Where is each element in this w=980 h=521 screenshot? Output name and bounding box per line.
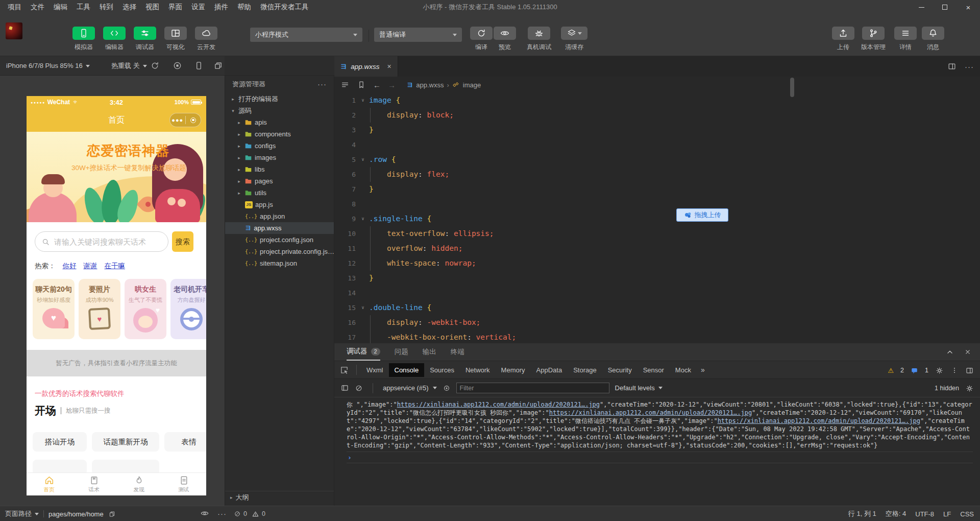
message-bubble-icon[interactable] bbox=[911, 367, 918, 374]
kebab-menu-icon[interactable] bbox=[950, 366, 959, 374]
console-output[interactable]: 你 ","image":"https://xinlianai.app1212.c… bbox=[334, 397, 980, 463]
eye-filter-icon[interactable] bbox=[443, 384, 451, 392]
code-line-5[interactable]: 5∨.row { bbox=[334, 152, 980, 167]
code-line-2[interactable]: 2display: block; bbox=[334, 108, 980, 123]
devtools-settings-icon[interactable] bbox=[935, 366, 944, 375]
more-tabs-icon[interactable]: » bbox=[697, 366, 709, 374]
toolbar-button-bug[interactable]: 真机调试 bbox=[520, 27, 558, 52]
context-selector[interactable]: appservice (#5) bbox=[383, 384, 437, 392]
panel-tab-debugger[interactable]: 调试器2 bbox=[347, 343, 380, 361]
wechat-capsule[interactable]: ●●● bbox=[169, 113, 201, 127]
topic-button-2[interactable]: 话题重新开场 bbox=[92, 432, 159, 452]
multi-window-icon[interactable] bbox=[213, 61, 223, 70]
toolbar-button-code[interactable]: 编辑器 bbox=[100, 27, 129, 52]
tree-section-open-editors[interactable]: ▸打开的编辑器 bbox=[225, 93, 334, 105]
warnings-icon[interactable] bbox=[252, 510, 259, 518]
devtools-tab-storage[interactable]: Storage bbox=[568, 363, 602, 377]
devtools-tab-security[interactable]: Security bbox=[602, 363, 638, 377]
hot-reload-toggle[interactable]: 热重载 关 bbox=[111, 56, 147, 76]
devtools-tab-sensor[interactable]: Sensor bbox=[638, 363, 670, 377]
toolbar-button-layers[interactable]: 清缓存 bbox=[558, 27, 590, 52]
page-path-dropdown[interactable]: 页面路径 bbox=[5, 509, 39, 518]
explorer-more-icon[interactable]: ··· bbox=[317, 76, 327, 93]
devtools-tab-appdata[interactable]: AppData bbox=[531, 363, 568, 377]
tree-file-app.json[interactable]: {..}app.json bbox=[225, 210, 334, 222]
tree-section-source[interactable]: ▾源码 bbox=[225, 105, 334, 116]
compile-mode-dropdown[interactable]: 普通编译 bbox=[374, 28, 462, 42]
fold-chevron-icon[interactable]: ∨ bbox=[357, 300, 369, 315]
menu-1[interactable]: 项目 bbox=[3, 0, 26, 14]
tree-file-app.js[interactable]: JSapp.js bbox=[225, 199, 334, 210]
project-avatar[interactable] bbox=[6, 22, 22, 39]
statusbar-item-3[interactable]: UTF-8 bbox=[915, 510, 934, 518]
close-button[interactable]: × bbox=[957, 0, 980, 14]
code-line-13[interactable]: 13} bbox=[334, 271, 980, 286]
bookmark-icon[interactable] bbox=[357, 80, 366, 89]
search-input[interactable] bbox=[54, 238, 156, 246]
mode-dropdown[interactable]: 小程序模式 bbox=[250, 28, 362, 42]
breadcrumb-file[interactable]: app.wxss bbox=[416, 81, 444, 89]
statusbar-item-4[interactable]: LF bbox=[943, 510, 951, 518]
record-icon[interactable] bbox=[173, 61, 182, 70]
console-sidebar-icon[interactable] bbox=[340, 384, 349, 392]
phone-tab-flame[interactable]: 发现 bbox=[116, 473, 161, 495]
drag-upload-badge[interactable]: 拖拽上传 bbox=[676, 208, 728, 222]
hot-search-link-3[interactable]: 在干嘛 bbox=[105, 262, 126, 271]
category-card-1[interactable]: 聊天前20句秒增加好感度♥ bbox=[33, 279, 75, 339]
toolbar-button-branch[interactable]: 版本管理 bbox=[856, 27, 890, 52]
hot-search-link-1[interactable]: 你好 bbox=[63, 262, 77, 271]
toolbar-button-upload[interactable]: 上传 bbox=[830, 27, 856, 52]
tree-file-project.config.json[interactable]: {..}project.config.json bbox=[225, 234, 334, 246]
code-editor[interactable]: 1∨image {2display: block;3}45∨.row {6dis… bbox=[334, 93, 980, 343]
code-line-15[interactable]: 15∨.double-line { bbox=[334, 300, 980, 315]
search-button[interactable]: 搜索 bbox=[172, 231, 193, 252]
editor-more-icon[interactable]: ··· bbox=[965, 62, 974, 71]
code-line-10[interactable]: 10text-overflow: ellipsis; bbox=[334, 226, 980, 241]
editor-scrollbar[interactable] bbox=[790, 78, 794, 97]
close-panel-icon[interactable] bbox=[964, 348, 972, 356]
toolbar-button-phone[interactable]: 模拟器 bbox=[69, 27, 98, 52]
console-link[interactable]: https://xinlianai.app1212.com/admin/uplo… bbox=[718, 417, 920, 424]
category-card-2[interactable]: 要照片成功率90%♥ bbox=[79, 279, 120, 339]
code-line-17[interactable]: 17-webkit-box-orient: vertical; bbox=[334, 330, 980, 343]
code-line-14[interactable]: 14 bbox=[334, 286, 980, 300]
tree-folder-apis[interactable]: ▸apis bbox=[225, 116, 334, 128]
devtools-tab-console[interactable]: Console bbox=[389, 363, 425, 377]
toolbar-button-sliders[interactable]: 调试器 bbox=[131, 27, 159, 52]
code-line-6[interactable]: 6display: flex; bbox=[334, 167, 980, 182]
menu-6[interactable]: 选择 bbox=[118, 0, 141, 14]
outline-list-icon[interactable] bbox=[340, 80, 350, 89]
phone-tab-book[interactable]: 话术 bbox=[71, 473, 116, 495]
collapse-panel-icon[interactable] bbox=[945, 347, 954, 357]
tree-file-app.wxss[interactable]: ヨapp.wxss bbox=[225, 222, 334, 234]
devtools-tab-wxml[interactable]: Wxml bbox=[361, 363, 389, 377]
dock-side-icon[interactable] bbox=[965, 366, 974, 375]
exit-icon[interactable] bbox=[186, 117, 201, 123]
devtools-tab-network[interactable]: Network bbox=[460, 363, 496, 377]
toolbar-button-menu[interactable]: 详情 bbox=[892, 27, 919, 52]
code-line-12[interactable]: 12white-space: nowrap; bbox=[334, 256, 980, 271]
devtools-tab-sources[interactable]: Sources bbox=[424, 363, 460, 377]
toolbar-button-bell[interactable]: 消息 bbox=[920, 27, 946, 52]
tree-folder-libs[interactable]: ▸libs bbox=[225, 163, 334, 175]
code-line-7[interactable]: 7} bbox=[334, 182, 980, 197]
log-levels-dropdown[interactable]: Default levels bbox=[615, 384, 663, 392]
toolbar-button-refresh[interactable]: 编译 bbox=[470, 27, 493, 52]
menu-12[interactable]: 微信开发者工具 bbox=[256, 0, 313, 14]
maximize-button[interactable] bbox=[933, 0, 957, 14]
console-settings-icon[interactable] bbox=[965, 384, 974, 393]
toolbar-button-eye[interactable]: 预览 bbox=[493, 27, 517, 52]
warning-icon[interactable]: ⚠ bbox=[888, 367, 894, 374]
navigate-forward-icon[interactable]: → bbox=[388, 81, 396, 89]
statusbar-item-1[interactable]: 行 1, 列 1 bbox=[848, 509, 876, 518]
split-editor-icon[interactable] bbox=[947, 62, 957, 71]
rotate-icon[interactable] bbox=[150, 61, 160, 70]
tree-folder-configs[interactable]: ▸configs bbox=[225, 140, 334, 152]
console-prompt[interactable]: › bbox=[347, 452, 973, 463]
more-icon[interactable]: ●●● bbox=[170, 117, 185, 123]
tree-folder-pages[interactable]: ▸pages bbox=[225, 175, 334, 187]
code-line-8[interactable]: 8 bbox=[334, 197, 980, 211]
tree-folder-utils[interactable]: ▸utils bbox=[225, 187, 334, 199]
toolbar-button-layout[interactable]: 可视化 bbox=[161, 27, 190, 52]
menu-2[interactable]: 文件 bbox=[26, 0, 49, 14]
